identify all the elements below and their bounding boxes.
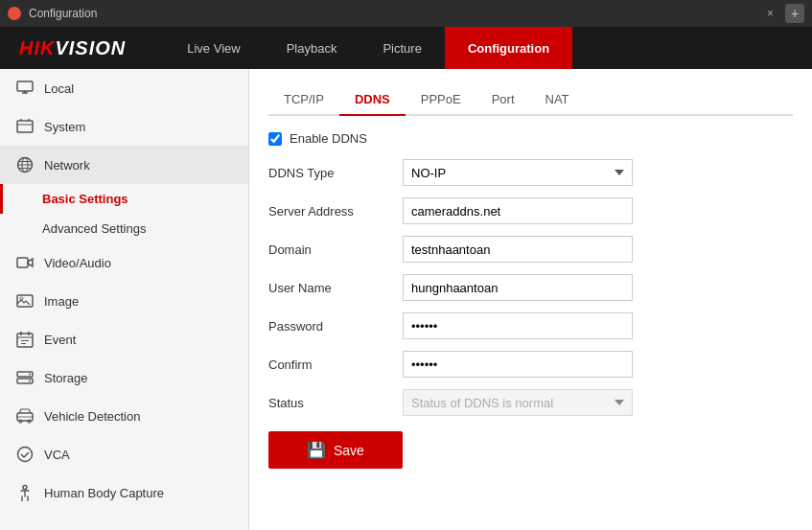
monitor-icon bbox=[15, 79, 35, 98]
event-icon bbox=[15, 330, 35, 349]
save-button[interactable]: 💾 Save bbox=[268, 431, 403, 469]
close-tab-button[interactable]: × bbox=[763, 7, 777, 20]
storage-icon bbox=[15, 368, 35, 387]
title-bar: Configuration × + bbox=[0, 0, 812, 27]
status-label: Status bbox=[268, 396, 403, 410]
tab-bar: TCP/IP DDNS PPPoE Port NAT bbox=[268, 84, 793, 116]
svg-point-30 bbox=[23, 486, 27, 490]
server-address-label: Server Address bbox=[268, 204, 403, 219]
sidebar-item-local[interactable]: Local bbox=[0, 69, 248, 107]
username-label: User Name bbox=[268, 281, 403, 295]
tab-ddns[interactable]: DDNS bbox=[339, 84, 406, 116]
svg-point-29 bbox=[18, 448, 33, 462]
sidebar-label-network: Network bbox=[44, 158, 90, 173]
ddns-type-label: DDNS Type bbox=[268, 166, 403, 180]
status-select: Status of DDNS is normal bbox=[403, 389, 633, 416]
image-icon bbox=[15, 291, 35, 311]
sidebar-label-human-body-capture: Human Body Capture bbox=[44, 486, 164, 500]
svg-rect-0 bbox=[17, 81, 33, 91]
svg-point-14 bbox=[20, 297, 23, 300]
video-icon bbox=[15, 253, 35, 272]
domain-input[interactable] bbox=[403, 236, 633, 263]
enable-ddns-row: Enable DDNS bbox=[268, 131, 793, 146]
content-area: TCP/IP DDNS PPPoE Port NAT Enable DDNS D… bbox=[249, 69, 812, 530]
confirm-row: Confirm bbox=[268, 351, 793, 378]
svg-point-24 bbox=[29, 380, 31, 382]
password-input[interactable] bbox=[403, 312, 633, 339]
globe-icon bbox=[15, 155, 35, 174]
tab-icon bbox=[8, 7, 21, 20]
svg-point-23 bbox=[29, 374, 31, 376]
server-address-input[interactable] bbox=[403, 197, 633, 224]
sidebar-label-system: System bbox=[44, 120, 85, 134]
sidebar-item-network[interactable]: Network bbox=[0, 146, 248, 184]
username-input[interactable] bbox=[403, 274, 633, 301]
domain-row: Domain bbox=[268, 236, 793, 263]
vca-icon bbox=[15, 445, 35, 464]
ddns-type-row: DDNS Type NO-IP DynDNS HiDDNS bbox=[268, 159, 793, 186]
ddns-type-select[interactable]: NO-IP DynDNS HiDDNS bbox=[403, 159, 633, 186]
enable-ddns-checkbox[interactable] bbox=[268, 132, 282, 146]
nav-picture[interactable]: Picture bbox=[360, 27, 444, 69]
domain-label: Domain bbox=[268, 242, 403, 257]
save-icon: 💾 bbox=[307, 441, 326, 459]
sidebar-item-vehicle-detection[interactable]: Vehicle Detection bbox=[0, 397, 248, 435]
tab-title: Configuration bbox=[29, 7, 755, 20]
nav-playback[interactable]: Playback bbox=[264, 27, 360, 69]
sidebar-item-basic-settings[interactable]: Basic Settings bbox=[0, 184, 248, 214]
tab-nat[interactable]: NAT bbox=[530, 84, 585, 116]
sidebar-label-vca: VCA bbox=[44, 448, 70, 462]
server-address-row: Server Address bbox=[268, 197, 793, 224]
sidebar-item-human-body-capture[interactable]: Human Body Capture bbox=[0, 473, 248, 512]
logo: HIKVISION bbox=[19, 37, 126, 59]
sidebar-label-event: Event bbox=[44, 333, 76, 347]
tab-tcpip[interactable]: TCP/IP bbox=[268, 84, 339, 116]
sidebar-item-system[interactable]: System bbox=[0, 107, 248, 146]
sidebar: Local System bbox=[0, 69, 249, 530]
sidebar-item-storage[interactable]: Storage bbox=[0, 358, 248, 397]
nav-configuration[interactable]: Configuration bbox=[445, 27, 572, 69]
sidebar-item-image[interactable]: Image bbox=[0, 282, 248, 320]
confirm-label: Confirm bbox=[268, 357, 403, 372]
sidebar-label-vehicle-detection: Vehicle Detection bbox=[44, 409, 140, 424]
nav-bar: HIKVISION Live View Playback Picture Con… bbox=[0, 27, 812, 69]
sidebar-item-advanced-settings[interactable]: Advanced Settings bbox=[0, 214, 248, 243]
password-row: Password bbox=[268, 312, 793, 339]
sidebar-item-video-audio[interactable]: Video/Audio bbox=[0, 243, 248, 282]
confirm-input[interactable] bbox=[403, 351, 633, 378]
new-tab-button[interactable]: + bbox=[785, 4, 804, 23]
status-row: Status Status of DDNS is normal bbox=[268, 389, 793, 416]
password-label: Password bbox=[268, 319, 403, 334]
vehicle-icon bbox=[15, 406, 35, 426]
save-label: Save bbox=[334, 443, 364, 458]
svg-rect-3 bbox=[17, 121, 33, 132]
nav-live-view[interactable]: Live View bbox=[164, 27, 263, 69]
sidebar-label-image: Image bbox=[44, 294, 79, 309]
enable-ddns-label[interactable]: Enable DDNS bbox=[290, 131, 367, 146]
sidebar-item-vca[interactable]: VCA bbox=[0, 435, 248, 473]
system-icon bbox=[15, 117, 35, 136]
username-row: User Name bbox=[268, 274, 793, 301]
main-layout: Local System bbox=[0, 69, 812, 530]
sidebar-label-video-audio: Video/Audio bbox=[44, 256, 111, 270]
tab-port[interactable]: Port bbox=[476, 84, 530, 116]
sidebar-item-event[interactable]: Event bbox=[0, 320, 248, 358]
human-icon bbox=[15, 483, 35, 502]
tab-pppoe[interactable]: PPPoE bbox=[406, 84, 476, 116]
sidebar-label-local: Local bbox=[44, 81, 74, 96]
svg-rect-12 bbox=[17, 258, 28, 267]
sidebar-label-storage: Storage bbox=[44, 371, 88, 385]
